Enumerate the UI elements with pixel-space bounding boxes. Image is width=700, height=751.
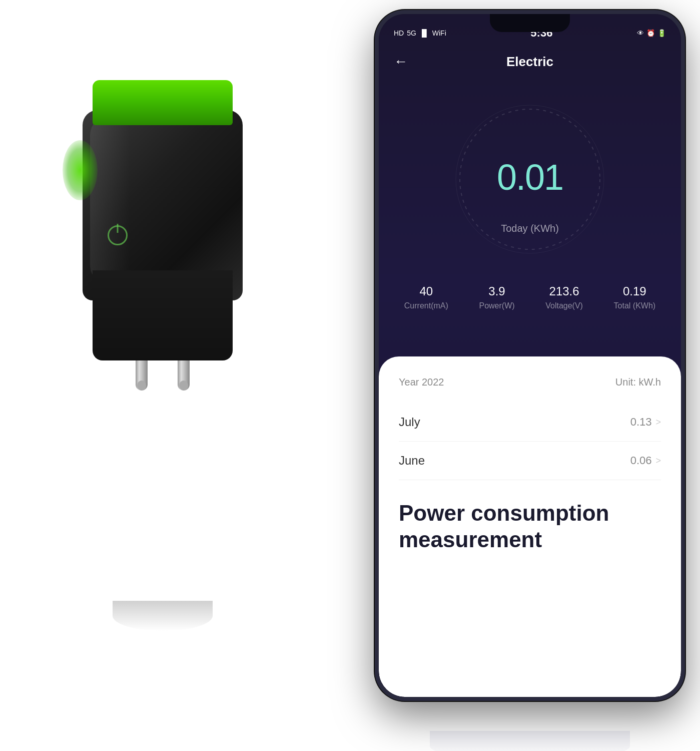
stat-total: 0.19 Total (KWh) (614, 284, 656, 310)
card-unit-label: Unit: kW.h (615, 377, 661, 388)
card-year-label: Year 2022 (399, 377, 444, 388)
plug-glow-indicator (63, 140, 98, 200)
scene: HD 5G ▐▌ WiFi 5:36 👁 ⏰ 🔋 ← Electric (0, 0, 700, 751)
screen-title: Electric (506, 54, 553, 70)
card-amount-july: 0.13 > (630, 416, 661, 429)
stat-current: 40 Current(mA) (404, 284, 448, 310)
battery-icon: 🔋 (657, 29, 666, 37)
gauge-section: 0.01 Today (KWh) (379, 79, 681, 279)
wifi-icon: WiFi (432, 29, 446, 37)
phone-frame: HD 5G ▐▌ WiFi 5:36 👁 ⏰ 🔋 ← Electric (375, 10, 685, 701)
phone-reflection (430, 731, 630, 751)
eye-icon: 👁 (637, 29, 644, 37)
bottom-card: Year 2022 Unit: kW.h July 0.13 > June (379, 356, 681, 697)
plug-power-button[interactable] (103, 220, 133, 250)
status-right-icons: 👁 ⏰ 🔋 (637, 29, 666, 37)
stat-current-value: 40 (419, 284, 433, 298)
plug-lower-body (93, 270, 233, 360)
signal-bars-icon: ▐▌ (419, 29, 429, 37)
chevron-right-icon-june: > (655, 456, 661, 466)
stat-voltage-value: 213.6 (549, 284, 579, 298)
stat-total-label: Total (KWh) (614, 301, 656, 310)
stats-row: 40 Current(mA) 3.9 Power(W) 213.6 Voltag… (379, 284, 681, 310)
plug-cap (93, 80, 233, 125)
hd-icon: HD (394, 29, 404, 37)
gauge-label: Today (KWh) (501, 223, 559, 234)
status-left-icons: HD 5G ▐▌ WiFi (394, 29, 446, 37)
stat-power-label: Power(W) (479, 301, 514, 310)
card-amount-july-value: 0.13 (630, 416, 652, 429)
5g-icon: 5G (407, 29, 416, 37)
stat-power: 3.9 Power(W) (479, 284, 514, 310)
stat-voltage-label: Voltage(V) (545, 301, 583, 310)
stat-current-label: Current(mA) (404, 301, 448, 310)
power-icon (108, 225, 128, 245)
alarm-icon: ⏰ (646, 29, 655, 37)
card-amount-june-value: 0.06 (630, 454, 652, 467)
card-header: Year 2022 Unit: kW.h (399, 377, 661, 388)
chevron-right-icon-july: > (655, 417, 661, 428)
plug-product-image (30, 80, 295, 631)
back-button[interactable]: ← (394, 54, 408, 70)
phone-screen: HD 5G ▐▌ WiFi 5:36 👁 ⏰ 🔋 ← Electric (379, 14, 681, 697)
phone-container: HD 5G ▐▌ WiFi 5:36 👁 ⏰ 🔋 ← Electric (375, 10, 685, 731)
plug-reflection (113, 601, 213, 631)
card-description: Power consumption measurement (399, 500, 661, 553)
gauge-circle: 0.01 Today (KWh) (450, 99, 610, 259)
gauge-value: 0.01 (497, 157, 563, 198)
phone-notch (490, 14, 570, 32)
card-amount-june: 0.06 > (630, 454, 661, 467)
stat-voltage: 213.6 Voltage(V) (545, 284, 583, 310)
card-month-july: July (399, 415, 420, 429)
top-navigation: ← Electric (379, 44, 681, 79)
card-month-june: June (399, 454, 425, 468)
card-row-july[interactable]: July 0.13 > (399, 403, 661, 442)
stat-power-value: 3.9 (488, 284, 505, 298)
card-row-june[interactable]: June 0.06 > (399, 442, 661, 480)
stat-total-value: 0.19 (623, 284, 646, 298)
card-description-text: Power consumption measurement (399, 500, 661, 553)
